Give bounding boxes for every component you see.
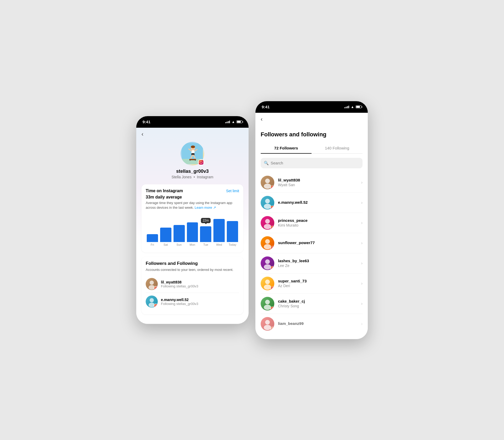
svg-point-22 [264, 224, 271, 229]
label-sat: Sat [160, 243, 171, 246]
avatar [261, 216, 274, 230]
daily-avg: 33m daily average [146, 195, 239, 200]
svg-point-3 [191, 146, 195, 148]
tab-following[interactable]: 140 Following [312, 143, 363, 153]
svg-point-19 [265, 199, 270, 203]
status-bar-right: 9:41 ▲ [255, 101, 368, 113]
list-item[interactable]: cake_baker_cj Christy Song › [261, 294, 363, 314]
svg-rect-5 [191, 153, 195, 155]
battery-icon [356, 105, 361, 108]
search-icon: 🔍 [264, 161, 269, 165]
profile-header: stellas_gr00v3 Stella Jones • Instagram [141, 142, 243, 179]
list-item[interactable]: princess_peace Kimi Muraito › [261, 213, 363, 233]
svg-point-18 [264, 184, 271, 189]
usage-chart: 22m Fri Sat Sun Mon Tue Wed [146, 213, 239, 247]
follower-handle: lil_wyatt838 [278, 178, 361, 182]
ig-badge-small [270, 185, 274, 189]
list-item[interactable]: liam_beanz99 › [261, 314, 363, 334]
instagram-badge [198, 159, 204, 165]
bar-sat [160, 228, 171, 242]
user-info: e.manny.well.52 Following stellas_gr00v3 [161, 298, 239, 306]
list-item[interactable]: sunflower_power77 › [261, 233, 363, 253]
tab-followers[interactable]: 72 Followers [261, 143, 312, 153]
wifi-icon: ▲ [232, 120, 235, 124]
svg-point-27 [265, 280, 270, 284]
follower-handle: e.manny.well.52 [278, 200, 361, 205]
user-handle: lil_wyatt838 [161, 280, 239, 284]
bar-labels: Fri Sat Sun Mon Tue Wed Today [146, 242, 239, 246]
follower-info: e.manny.well.52 [278, 200, 361, 205]
battery-icon [237, 120, 242, 123]
svg-point-13 [150, 281, 154, 285]
label-mon: Mon [187, 243, 198, 246]
time-section-title: Time on Instagram [146, 189, 183, 193]
svg-point-32 [264, 325, 271, 330]
back-button-right[interactable]: ‹ [261, 116, 262, 123]
follower-handle: princess_peace [278, 218, 361, 223]
avatar [261, 256, 274, 270]
svg-point-23 [265, 239, 270, 244]
list-item[interactable]: lil_wyatt838 Wyatt San › [261, 173, 363, 193]
left-phone: 9:41 ▲ ‹ [136, 116, 249, 324]
ig-badge-small [270, 246, 274, 250]
user-subtext: Following stellas_gr00v3 [161, 284, 239, 288]
chevron-right-icon: › [361, 301, 363, 306]
signal-icon [225, 121, 230, 123]
chevron-right-icon: › [361, 180, 363, 185]
profile-username: stellas_gr00v3 [176, 169, 209, 174]
user-info: lil_wyatt838 Following stellas_gr00v3 [161, 280, 239, 288]
label-sun: Sun [174, 243, 185, 246]
avatar [261, 277, 274, 290]
list-item[interactable]: e.manny.well.52 › [261, 193, 363, 213]
follower-handle: sunflower_power77 [278, 240, 361, 245]
follower-info: lil_wyatt838 Wyatt San [278, 178, 361, 187]
bar-tue[interactable]: 22m [200, 226, 211, 242]
follower-handle: super_santi_73 [278, 279, 361, 283]
list-item[interactable]: lashes_by_lee63 Lee Ze › [261, 253, 363, 273]
followers-desc: Accounts connected to your teen, ordered… [146, 268, 239, 272]
svg-point-11 [190, 160, 191, 161]
svg-point-20 [264, 204, 271, 209]
list-item[interactable]: e.manny.well.52 Following stellas_gr00v3 [146, 293, 239, 310]
svg-point-12 [195, 160, 196, 161]
wifi-icon: ▲ [351, 105, 354, 109]
ig-badge-small [154, 304, 158, 308]
chevron-right-icon: › [361, 321, 363, 326]
learn-more-link[interactable]: Learn more ↗ [195, 206, 216, 210]
svg-point-17 [265, 179, 270, 183]
chevron-right-icon: › [361, 261, 363, 266]
svg-point-28 [264, 285, 271, 290]
list-item[interactable]: super_santi_73 Az Deri › [261, 273, 363, 294]
avatar [261, 297, 274, 310]
follower-info: cake_baker_cj Christy Song [278, 299, 361, 308]
svg-point-31 [265, 320, 270, 325]
svg-point-30 [264, 305, 271, 310]
follower-info: sunflower_power77 [278, 240, 361, 245]
avatar [261, 236, 274, 250]
follower-name: Wyatt San [278, 183, 361, 187]
back-button-left[interactable]: ‹ [141, 131, 143, 138]
svg-point-15 [150, 298, 154, 302]
search-input[interactable] [261, 158, 363, 168]
avatar [261, 317, 274, 331]
time-on-instagram-card: Time on Instagram Set limit 33m daily av… [141, 184, 243, 253]
chevron-right-icon: › [361, 241, 363, 245]
set-limit-button[interactable]: Set limit [226, 189, 239, 193]
bar-mon [187, 222, 198, 242]
follower-name: Az Deri [278, 284, 361, 288]
status-bar-left: 9:41 ▲ [136, 116, 249, 128]
list-item[interactable]: lil_wyatt838 Following stellas_gr00v3 [146, 275, 239, 293]
page-title: Followers and following [261, 131, 363, 138]
profile-screen: ‹ [136, 128, 249, 324]
svg-point-29 [265, 300, 270, 304]
status-time-left: 9:41 [143, 120, 150, 124]
profile-fullname: Stella Jones • Instagram [171, 175, 213, 179]
follower-name: Kimi Muraito [278, 223, 361, 227]
follower-info: princess_peace Kimi Muraito [278, 218, 361, 227]
user-subtext: Following stellas_gr00v3 [161, 302, 239, 306]
bar-fri [147, 234, 158, 242]
bars-container: 22m [146, 213, 239, 242]
status-icons-right: ▲ [344, 105, 361, 109]
ig-badge-small [270, 327, 274, 331]
profile-avatar-wrapper [181, 142, 204, 165]
